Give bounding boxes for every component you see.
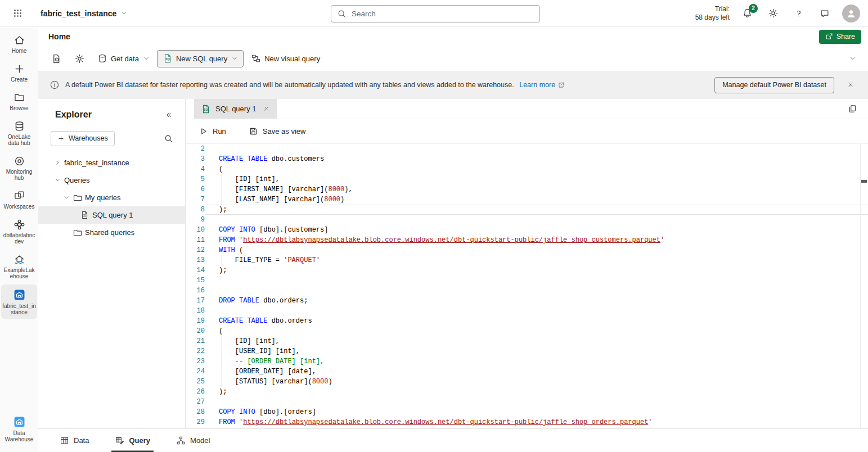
nav-rail-item-browse[interactable]: Browse [1,88,37,115]
waffle-icon [13,8,23,18]
nav-rail-item-data-warehouse[interactable]: Data Warehouse [1,412,37,446]
nav-rail-item-create[interactable]: Create [1,59,37,86]
line-content: [LAST_NAME] [varchar](8000) [205,195,868,205]
code-line-18[interactable]: 18 [186,306,868,316]
code-line-16[interactable]: 16 [186,286,868,296]
code-line-25[interactable]: 25 [STATUS] [varchar](8000) [186,377,868,387]
code-line-26[interactable]: 26); [186,387,868,397]
code-line-5[interactable]: 5 [ID] [int], [186,174,868,184]
topbar-actions: Trial: 58 days left 2 [695,4,860,22]
manage-default-dataset-button[interactable]: Manage default Power BI dataset [714,77,834,93]
nav-rail-item-label: dbtlabsfabricdev [2,232,36,245]
explorer-search-button[interactable] [160,130,176,146]
code-line-6[interactable]: 6 [FIRST_NAME] [varchar](8000), [186,184,868,195]
settings-button[interactable] [764,5,781,22]
account-avatar[interactable] [842,4,860,22]
code-line-13[interactable]: 13 FILE_TYPE = 'PARQUET' [186,255,868,265]
code-line-7[interactable]: 7 [LAST_NAME] [varchar](8000) [186,195,868,205]
line-content: [STATUS] [varchar](8000) [205,377,868,387]
code-line-17[interactable]: 17DROP TABLE dbo.orders; [186,296,868,306]
chevron-down-icon [53,177,62,184]
workspace-title-menu[interactable]: fabric_test_instance [41,9,128,18]
nav-rail-item-monitoring-hub[interactable]: Monitoring hub [1,151,37,184]
nav-rail-item-examplelakehouse[interactable]: ExampleLakehouse [1,250,37,283]
code-line-28[interactable]: 28COPY INTO [dbo].[orders] [186,407,868,417]
warehouse-settings-button[interactable] [69,49,90,67]
new-sql-query-button[interactable]: SQL New SQL query [157,50,244,67]
learn-more-link[interactable]: Learn more [519,81,565,89]
sql-file-icon: SQL [163,53,173,64]
notifications-button[interactable]: 2 [739,5,755,22]
sql-code-editor[interactable]: 23CREATE TABLE dbo.customers4(5 [ID] [in… [186,144,868,428]
code-line-24[interactable]: 24 [ORDER_DATE] [date], [186,367,868,377]
code-line-10[interactable]: 10COPY INTO [dbo].[customers] [186,225,868,235]
editor-scrollbar[interactable] [860,144,868,428]
nav-rail-item-workspaces[interactable]: Workspaces [1,186,37,213]
add-warehouses-button[interactable]: Warehouses [51,131,115,146]
copy-icon [848,104,857,114]
tree-item-queries[interactable]: Queries [38,171,185,189]
tab-close-button[interactable] [261,103,272,115]
global-search [331,5,540,22]
search-input[interactable] [350,9,534,19]
nav-rail-item-home[interactable]: Home [1,30,37,57]
code-line-19[interactable]: 19CREATE TABLE dbo.orders [186,316,868,326]
ribbon-collapse-button[interactable] [844,50,861,67]
code-line-21[interactable]: 21 [ID] [int], [186,336,868,346]
gear-icon [768,8,779,19]
line-number: 15 [186,275,205,286]
code-line-12[interactable]: 12WITH ( [186,245,868,255]
tree-item-shared-queries[interactable]: Shared queries [38,224,185,241]
folder-icon [71,193,83,203]
tree-item-sql-query-1[interactable]: SQL query 1 [38,206,185,224]
code-line-4[interactable]: 4( [186,164,868,174]
tree-item-fabric-test-instance[interactable]: fabric_test_instance [38,154,185,171]
folder-icon [71,228,83,238]
new-visual-query-button[interactable]: New visual query [246,49,325,67]
feedback-button[interactable] [816,5,833,22]
nav-rail-item-label: Monitoring hub [2,169,36,181]
code-line-15[interactable]: 15 [186,275,868,286]
view-tab-model[interactable]: Model [173,429,213,452]
share-button[interactable]: Share [819,30,861,44]
line-content [205,275,868,286]
collapse-explorer-button[interactable] [160,107,176,123]
code-line-14[interactable]: 14); [186,265,868,275]
view-tab-data[interactable]: Data [56,429,92,452]
code-line-11[interactable]: 11FROM 'https://dbtlabsynapsedatalake.bl… [186,235,868,245]
code-line-3[interactable]: 3CREATE TABLE dbo.customers [186,154,868,164]
line-content: ); [205,205,868,215]
nav-rail-item-fabric-test-instance[interactable]: fabric_test_instance [1,284,37,319]
code-line-2[interactable]: 2 [186,144,868,154]
code-line-23[interactable]: 23 -- [ORDER_DATE] [int], [186,356,868,367]
code-line-9[interactable]: 9 [186,215,868,225]
tree-item-my-queries[interactable]: My queries [38,189,185,206]
code-line-27[interactable]: 27 [186,397,868,407]
app-launcher-button[interactable] [8,4,27,23]
app-title-text: fabric_test_instance [41,9,116,18]
line-content [205,397,868,407]
nav-rail-item-onelake-data-hub[interactable]: OneLake data hub [1,116,37,150]
nav-rail-item-dbtlabsfabricdev[interactable]: dbtlabsfabricdev [1,215,37,248]
save-as-view-icon [249,126,258,136]
warehouse-icon [13,288,26,301]
get-data-button[interactable]: Get data [92,49,155,67]
help-button[interactable] [790,5,807,22]
line-content: FROM 'https://dbtlabsynapsedatalake.blob… [205,417,868,427]
tab-home[interactable]: Home [47,27,71,46]
line-number: 16 [186,286,205,296]
code-line-8[interactable]: 8); [186,205,868,215]
banner-close-button[interactable] [842,76,859,93]
code-line-29[interactable]: 29FROM 'https://dbtlabsynapsedatalake.bl… [186,417,868,427]
svg-text:SQL: SQL [204,109,209,111]
tab-sql-query-1[interactable]: SQL SQL query 1 [194,99,277,119]
copy-button[interactable] [844,101,861,117]
view-tab-query[interactable]: Query [111,429,154,452]
save-as-view-button[interactable]: Save as view [245,126,309,137]
code-line-22[interactable]: 22 [USER_ID] [int], [186,346,868,356]
explorer-title: Explorer [55,110,160,120]
run-button[interactable]: Run [195,126,230,137]
view-tab-label: Query [129,436,150,445]
refresh-button[interactable] [46,49,67,67]
code-line-20[interactable]: 20( [186,326,868,336]
